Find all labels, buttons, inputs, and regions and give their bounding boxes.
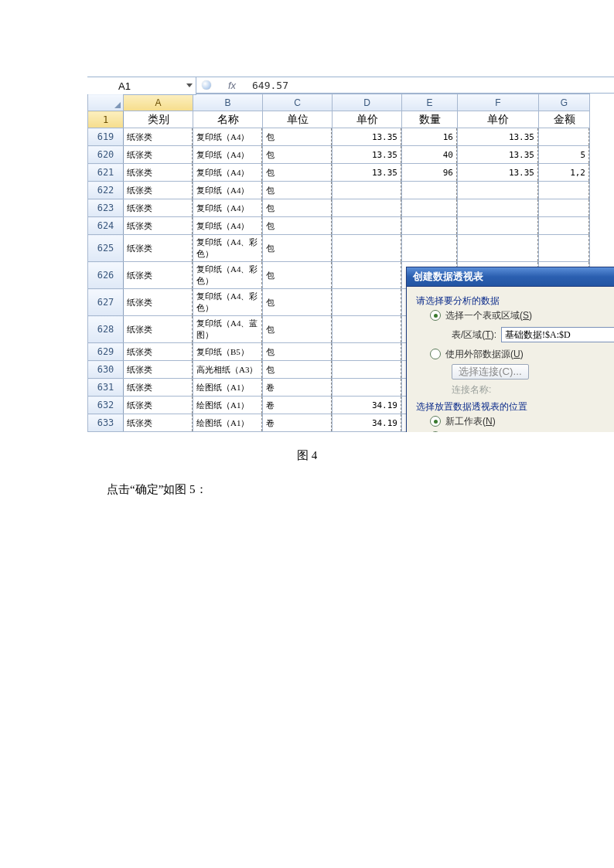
cell[interactable]: 5 (539, 146, 590, 164)
cell[interactable]: 包 (263, 235, 333, 262)
formula-bar-handle[interactable] (196, 77, 217, 94)
cell[interactable] (539, 235, 590, 262)
cell[interactable]: 纸张类 (124, 262, 193, 289)
cell[interactable]: 13.35 (458, 164, 539, 182)
cell[interactable] (333, 379, 402, 397)
cell[interactable]: 复印纸（B5） (193, 343, 263, 361)
row-header[interactable]: 627 (88, 289, 124, 316)
cell[interactable] (402, 235, 458, 262)
cell[interactable] (539, 182, 590, 199)
cell[interactable]: 复印纸（A4） (193, 182, 263, 199)
row-header[interactable]: 628 (88, 316, 124, 343)
cell[interactable]: 34.19 (333, 397, 402, 414)
table-range-input[interactable] (501, 327, 614, 342)
row-header[interactable]: 626 (88, 262, 124, 289)
cell[interactable] (458, 235, 539, 262)
cell[interactable]: 纸张类 (124, 379, 193, 397)
cell[interactable]: 13.35 (458, 146, 539, 164)
cell[interactable]: 包 (263, 128, 333, 146)
dialog-titlebar[interactable]: 创建数据透视表 ? X (407, 267, 614, 287)
cell[interactable]: 包 (263, 289, 333, 316)
cell[interactable]: 复印纸（A4、彩色） (193, 262, 263, 289)
cell[interactable] (193, 432, 263, 433)
cell[interactable] (333, 432, 402, 433)
cell[interactable]: 复印纸（A4、彩色） (193, 235, 263, 262)
cell[interactable]: 13.35 (458, 128, 539, 146)
cell[interactable] (333, 199, 402, 217)
col-header[interactable]: A (124, 94, 193, 111)
header-cell[interactable]: 名称 (193, 111, 263, 128)
cell[interactable]: 纸张类 (124, 343, 193, 361)
cell[interactable]: 包 (263, 262, 333, 289)
select-all-corner[interactable] (88, 94, 124, 111)
cell[interactable] (402, 182, 458, 199)
col-header[interactable]: E (402, 94, 458, 111)
cell[interactable]: 13.35 (333, 164, 402, 182)
radio-external-source[interactable] (430, 349, 441, 359)
cell[interactable]: 纸张类 (124, 414, 193, 432)
name-box-dropdown-icon[interactable] (185, 81, 193, 89)
cell[interactable] (124, 432, 193, 433)
row-header[interactable]: 629 (88, 343, 124, 361)
cell[interactable]: 13.35 (333, 128, 402, 146)
header-cell[interactable]: 类别 (124, 111, 193, 128)
cell[interactable]: 纸张类 (124, 361, 193, 379)
cell[interactable]: 包 (263, 361, 333, 379)
cell[interactable]: 1,2 (539, 164, 590, 182)
cell[interactable]: 绘图纸（A1） (193, 414, 263, 432)
cell[interactable]: 高光相纸（A3） (193, 361, 263, 379)
cell[interactable] (333, 289, 402, 316)
cell[interactable]: 复印纸（A4、彩色） (193, 289, 263, 316)
col-header[interactable]: B (193, 94, 263, 111)
cell[interactable] (539, 199, 590, 217)
col-header[interactable]: G (539, 94, 590, 111)
row-header[interactable]: 634 (88, 432, 124, 433)
cell[interactable]: 纸张类 (124, 397, 193, 414)
row-header[interactable]: 623 (88, 199, 124, 217)
row-header[interactable]: 620 (88, 146, 124, 164)
cell[interactable]: 纸张类 (124, 182, 193, 199)
cell[interactable]: 纸张类 (124, 235, 193, 262)
row-header[interactable]: 633 (88, 414, 124, 432)
cell[interactable]: 包 (263, 343, 333, 361)
cell[interactable] (333, 182, 402, 199)
cell[interactable]: 纸张类 (124, 164, 193, 182)
cell[interactable]: 复印纸（A4、蓝图） (193, 316, 263, 343)
radio-select-table[interactable] (430, 310, 441, 321)
cell[interactable] (333, 361, 402, 379)
cell[interactable] (402, 217, 458, 235)
cell[interactable]: 包 (263, 199, 333, 217)
cell[interactable]: 纸张类 (124, 128, 193, 146)
radio-new-sheet[interactable] (430, 416, 441, 427)
cell[interactable]: 复印纸（A4） (193, 164, 263, 182)
fx-label[interactable]: fx (217, 77, 247, 94)
cell[interactable]: 包 (263, 146, 333, 164)
cell[interactable]: 卷 (263, 379, 333, 397)
cell[interactable] (333, 235, 402, 262)
cell[interactable]: 纸张类 (124, 316, 193, 343)
header-cell[interactable]: 单价 (458, 111, 539, 128)
cell[interactable] (333, 316, 402, 343)
cell[interactable] (458, 217, 539, 235)
cell[interactable]: 34.19 (333, 414, 402, 432)
row-header[interactable]: 619 (88, 128, 124, 146)
row-header[interactable]: 621 (88, 164, 124, 182)
row-header[interactable]: 625 (88, 235, 124, 262)
cell[interactable]: 纸张类 (124, 146, 193, 164)
row-header[interactable]: 1 (88, 111, 124, 128)
cell[interactable]: 40 (402, 146, 458, 164)
cell[interactable] (333, 343, 402, 361)
cell[interactable]: 纸张类 (124, 289, 193, 316)
cell[interactable]: 卷 (263, 397, 333, 414)
cell[interactable]: 复印纸（A4） (193, 199, 263, 217)
formula-bar[interactable]: 649.57 (247, 77, 614, 94)
col-header[interactable]: F (458, 94, 539, 111)
cell[interactable]: 卷 (263, 414, 333, 432)
cell[interactable]: 纸张类 (124, 217, 193, 235)
cell[interactable]: 复印纸（A4） (193, 146, 263, 164)
radio-existing-sheet[interactable] (430, 431, 441, 432)
cell[interactable]: 复印纸（A4） (193, 128, 263, 146)
cell[interactable]: 96 (402, 164, 458, 182)
header-cell[interactable]: 单位 (263, 111, 333, 128)
row-header[interactable]: 632 (88, 397, 124, 414)
